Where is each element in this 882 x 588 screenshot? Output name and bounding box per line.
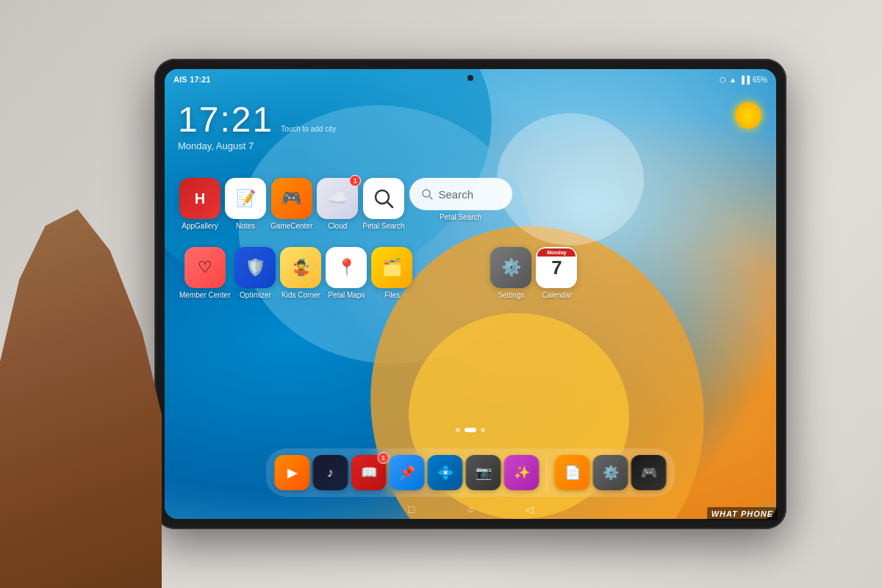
settings-icon: ⚙️: [490, 247, 531, 288]
dock-docs[interactable]: 📄: [555, 455, 590, 490]
appgallery-label: AppGallery: [182, 222, 218, 230]
wifi-icon: ▲: [729, 76, 736, 84]
dock-divider: [547, 454, 548, 491]
dock-video[interactable]: ▶: [275, 455, 310, 490]
member-center-icon: ♡: [184, 247, 226, 288]
app-cloud[interactable]: ☁️ 1 Cloud: [317, 178, 358, 230]
app-appgallery[interactable]: H AppGallery: [179, 178, 220, 230]
files-label: Files: [384, 291, 400, 299]
search-bar-label: Search: [439, 188, 474, 201]
clock-date: Monday, August 7: [178, 140, 336, 151]
dock-notes[interactable]: 📌: [390, 455, 425, 490]
petal-search-icon-label: Petal Search: [362, 222, 404, 230]
petal-search-widget-label: Petal Search: [440, 213, 481, 221]
signal-icon: ▐▐: [739, 76, 750, 84]
battery-label: 65%: [753, 76, 767, 84]
weather-sun-icon: [735, 102, 761, 129]
carrier-label: AIS: [173, 75, 187, 84]
page-dot-3: [481, 428, 485, 432]
page-indicators: [456, 428, 485, 432]
svg-line-3: [429, 196, 432, 199]
watermark-text2: PHONE: [741, 509, 773, 518]
dock-camera[interactable]: 📷: [466, 455, 501, 490]
notes-icon: 📝: [225, 178, 266, 219]
optimizer-icon: 🛡️: [234, 247, 276, 288]
optimizer-label: Optimizer: [240, 291, 271, 299]
app-settings[interactable]: ⚙️ Settings: [490, 247, 531, 299]
app-optimizer[interactable]: 🛡️ Optimizer: [234, 247, 276, 299]
dock-music[interactable]: ♪: [313, 455, 348, 490]
dock-vscode[interactable]: 💠: [428, 455, 463, 490]
cloud-icon: ☁️ 1: [317, 178, 358, 219]
app-member-center[interactable]: ♡ Member Center: [179, 247, 230, 299]
tablet-body: AIS 17:21 ⬡ ▲ ▐▐ 65% 17:21 Touch to add …: [154, 59, 786, 529]
front-camera: [467, 75, 473, 81]
notes-label: Notes: [236, 222, 255, 230]
dock-game[interactable]: 🎮: [631, 455, 667, 490]
tablet-wrapper: AIS 17:21 ⬡ ▲ ▐▐ 65% 17:21 Touch to add …: [154, 59, 786, 529]
bluetooth-icon: ⬡: [720, 76, 726, 84]
settings-label: Settings: [498, 291, 524, 299]
calendar-icon: Monday 7: [536, 247, 577, 288]
petal-search-svg: [372, 187, 395, 210]
appgallery-icon: H: [179, 178, 220, 219]
page-dot-2-active: [465, 428, 476, 432]
nav-back[interactable]: ◁: [522, 502, 537, 517]
nav-square[interactable]: □: [404, 502, 419, 517]
app-files[interactable]: 🗂️ Files: [371, 247, 412, 299]
clock-touch-label[interactable]: Touch to add city: [281, 125, 336, 133]
kids-corner-label: Kids Corner: [282, 291, 320, 299]
app-notes[interactable]: 📝 Notes: [225, 178, 266, 230]
status-time: 17:21: [190, 75, 210, 84]
clock-time: 17:21: [178, 102, 273, 137]
petal-maps-icon: 📍: [326, 247, 367, 288]
navigation-bar: □ ○ ◁: [165, 500, 776, 519]
petal-maps-label: Petal Maps: [328, 291, 365, 299]
tablet-screen: AIS 17:21 ⬡ ▲ ▐▐ 65% 17:21 Touch to add …: [165, 69, 776, 519]
svg-line-1: [387, 202, 392, 207]
cloud-label: Cloud: [328, 222, 347, 230]
search-bar-icon: [421, 188, 433, 200]
search-bar[interactable]: Search: [409, 178, 512, 210]
search-widget-container[interactable]: Search Petal Search: [409, 178, 512, 221]
reader-badge: 1: [378, 452, 390, 464]
gamecenter-icon: 🎮: [271, 178, 312, 219]
app-kids-corner[interactable]: 🤹 Kids Corner: [280, 247, 321, 299]
status-right: ⬡ ▲ ▐▐ 65%: [720, 76, 767, 84]
nav-circle[interactable]: ○: [463, 502, 478, 517]
page-dot-1: [456, 428, 460, 432]
kids-corner-icon: 🤹: [280, 247, 321, 288]
watermark-text1: WHAT: [711, 509, 738, 518]
app-gamecenter[interactable]: 🎮 GameCenter: [270, 178, 312, 230]
dock-section-2: 📄 ⚙️ 🎮: [555, 455, 667, 490]
cloud-badge: 1: [349, 175, 361, 187]
status-left: AIS 17:21: [173, 75, 210, 84]
watermark: WHAT PHONE: [707, 507, 778, 520]
clock-widget: 17:21 Touch to add city Monday, August 7: [178, 102, 336, 151]
member-center-label: Member Center: [179, 291, 230, 299]
app-petal-maps[interactable]: 📍 Petal Maps: [326, 247, 367, 299]
dock-section-1: ▶ ♪ 📖 1 📌: [275, 455, 539, 490]
app-petal-search-icon[interactable]: Petal Search: [362, 178, 404, 230]
petal-search-icon: [363, 178, 404, 219]
gamecenter-label: GameCenter: [270, 222, 312, 230]
dock-reader[interactable]: 📖 1: [351, 455, 387, 490]
files-icon: 🗂️: [371, 247, 412, 288]
calendar-label: Calendar: [542, 291, 572, 299]
app-calendar[interactable]: Monday 7 Calendar: [536, 247, 577, 299]
dock-settings[interactable]: ⚙️: [593, 455, 628, 490]
weather-widget[interactable]: [735, 102, 761, 129]
dock-highlights[interactable]: ✨: [504, 455, 539, 490]
app-dock: ▶ ♪ 📖 1 📌: [266, 448, 675, 497]
